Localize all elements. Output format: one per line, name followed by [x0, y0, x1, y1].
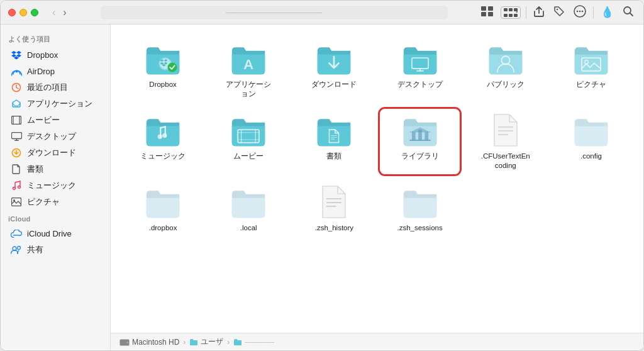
svg-point-12: [577, 10, 579, 12]
desktop-folder-icon: [400, 41, 440, 76]
sidebar-item-dropbox[interactable]: Dropbox: [3, 47, 108, 63]
pictures-file-label: ピクチャ: [576, 80, 606, 89]
zsh-history-file-label: .zsh_history: [315, 223, 353, 233]
sidebar-airdrop-label: AirDrop: [27, 67, 55, 76]
fullscreen-button[interactable]: [31, 9, 38, 16]
downloads-folder-icon: [314, 41, 354, 76]
sidebar-item-pictures[interactable]: ピクチャ: [3, 194, 108, 210]
breadcrumb-user-label: ユーザ: [201, 337, 223, 347]
sidebar-apps-label: アプリケーション: [27, 98, 92, 109]
public-folder-icon: [486, 41, 526, 76]
svg-rect-56: [425, 132, 428, 140]
downloads-file-label: ダウンロード: [311, 80, 357, 89]
breadcrumb-user[interactable]: ユーザ: [189, 337, 223, 347]
file-item-desktop[interactable]: デスクトップ: [380, 37, 459, 103]
file-item-dropbox-hidden[interactable]: .dropbox: [123, 181, 203, 237]
sidebar-item-apps[interactable]: アプリケーション: [3, 96, 108, 112]
list-view-button[interactable]: [501, 6, 521, 19]
library-folder-icon: [400, 113, 440, 148]
breadcrumb-macintosh-hd[interactable]: Macintosh HD: [119, 338, 179, 347]
svg-rect-7: [504, 14, 508, 17]
hd-icon: [119, 338, 130, 347]
applications-folder-icon: A: [228, 41, 269, 76]
file-item-downloads[interactable]: ダウンロード: [294, 37, 374, 103]
pictures-icon: [11, 196, 22, 208]
file-grid: Dropbox A アプリケーション: [111, 25, 643, 333]
nav-buttons: ‹ ›: [50, 6, 69, 20]
file-item-config[interactable]: .config: [552, 109, 631, 174]
svg-point-67: [126, 342, 128, 343]
music-folder-icon: [143, 113, 183, 148]
file-item-pictures[interactable]: ピクチャ: [552, 37, 631, 103]
file-item-applications[interactable]: A アプリケーション: [209, 37, 288, 103]
forward-button[interactable]: ›: [60, 6, 69, 20]
back-button[interactable]: ‹: [50, 6, 58, 20]
sidebar-recent-label: 最近の項目: [27, 82, 68, 93]
sidebar-desktop-label: デスクトップ: [27, 131, 76, 142]
share-button[interactable]: [531, 3, 547, 22]
file-item-public[interactable]: パブリック: [466, 37, 545, 103]
dropbox-icon[interactable]: 💧: [599, 4, 616, 21]
status-bar: Macintosh HD › ユーザ › ──────: [111, 333, 643, 350]
svg-text:A: A: [243, 57, 253, 72]
icloud-label: iCloud: [1, 210, 110, 225]
titlebar: ‹ › ──────────────────: [1, 1, 643, 25]
tag-button[interactable]: [552, 4, 567, 21]
toolbar-actions: 💧: [479, 3, 636, 22]
sidebar-item-desktop[interactable]: デスクトップ: [3, 128, 108, 145]
movies-folder-icon: [228, 113, 269, 148]
sidebar-item-music[interactable]: ミュージック: [3, 177, 108, 194]
file-item-dropbox[interactable]: Dropbox: [123, 37, 203, 103]
svg-point-10: [557, 8, 558, 9]
sidebar-documents-label: 書類: [27, 164, 43, 175]
minimize-button[interactable]: [19, 9, 27, 16]
sidebar-item-movies[interactable]: ムービー: [3, 112, 108, 128]
file-item-music[interactable]: ミュージック: [123, 109, 203, 174]
airdrop-icon: [11, 65, 22, 77]
config-folder-icon: [571, 113, 611, 148]
svg-rect-3: [488, 12, 493, 16]
svg-rect-4: [504, 8, 508, 11]
sidebar-item-shared[interactable]: 共有: [3, 242, 108, 258]
config-file-label: .config: [580, 152, 602, 161]
sidebar: よく使う項目 Dropbox AirDrop: [1, 25, 111, 350]
file-item-cfusertextencoding[interactable]: .CFUserTextEncoding: [466, 109, 545, 174]
file-item-zsh-history[interactable]: .zsh_history: [294, 181, 374, 237]
more-button[interactable]: [572, 3, 588, 22]
folder-icon-small: [189, 338, 198, 346]
breadcrumb-sep-2: ›: [227, 338, 230, 347]
search-button[interactable]: [621, 4, 636, 21]
file-item-movies[interactable]: ムービー: [209, 109, 288, 174]
sidebar-pictures-label: ピクチャ: [27, 196, 60, 208]
movies-icon: [11, 114, 22, 126]
apps-icon: [11, 98, 22, 109]
file-item-zsh-sessions[interactable]: .zsh_sessions: [380, 181, 459, 237]
svg-point-34: [168, 63, 177, 72]
svg-rect-5: [509, 8, 513, 11]
music-icon: [11, 180, 22, 191]
desktop-file-label: デスクトップ: [397, 80, 443, 89]
file-item-local[interactable]: .local: [209, 181, 288, 237]
downloads-icon: [11, 147, 22, 159]
close-button[interactable]: [8, 9, 16, 16]
cfuser-file-label: .CFUserTextEncoding: [480, 152, 531, 170]
file-item-documents[interactable]: 書類: [294, 109, 374, 174]
sidebar-item-documents[interactable]: 書類: [3, 161, 108, 177]
recent-icon: [11, 82, 22, 93]
svg-point-26: [13, 187, 16, 190]
sidebar-music-label: ミュージック: [27, 180, 76, 191]
sidebar-item-icloud-drive[interactable]: iCloud Drive: [3, 225, 108, 242]
breadcrumb-hd-label: Macintosh HD: [132, 338, 179, 347]
svg-point-30: [13, 247, 16, 250]
breadcrumb-current[interactable]: ──────: [233, 338, 274, 346]
svg-rect-0: [481, 6, 486, 11]
icon-view-button[interactable]: [479, 4, 496, 21]
sidebar-item-airdrop[interactable]: AirDrop: [3, 63, 108, 79]
sidebar-movies-label: ムービー: [27, 114, 60, 126]
desktop-icon: [11, 131, 22, 142]
sidebar-item-downloads[interactable]: ダウンロード: [3, 145, 108, 161]
sidebar-item-recent[interactable]: 最近の項目: [3, 79, 108, 96]
svg-point-45: [162, 133, 167, 138]
file-item-library[interactable]: ライブラリ: [380, 109, 459, 174]
svg-point-44: [158, 134, 163, 139]
